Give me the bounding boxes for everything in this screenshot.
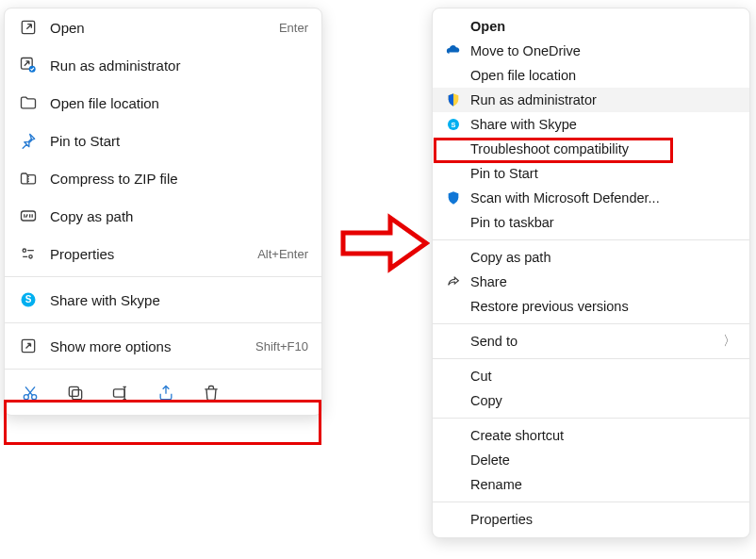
menu-item-label: Delete (470, 452, 736, 468)
blank-icon (444, 248, 463, 267)
menu-item-scan-defender[interactable]: Scan with Microsoft Defender... (433, 186, 749, 210)
menu-item-label: Run as administrator (470, 92, 736, 107)
menu-item-label: Copy (470, 393, 736, 408)
menu-item-troubleshoot-compatibility[interactable]: Troubleshoot compatibility (433, 137, 749, 161)
menu-item-open[interactable]: Open Enter (5, 8, 321, 46)
menu-item-share[interactable]: Share (433, 270, 749, 294)
svg-rect-13 (114, 389, 125, 397)
separator (433, 358, 749, 359)
menu-item-label: Properties (470, 512, 736, 527)
menu-item-label: Move to OneDrive (470, 43, 736, 58)
menu-item-label: Cut (470, 369, 736, 384)
menu-item-restore-previous-versions[interactable]: Restore previous versions (433, 294, 749, 319)
menu-item-pin-to-taskbar[interactable]: Pin to taskbar (433, 210, 749, 235)
menu-item-pin-to-start[interactable]: Pin to Start (5, 122, 321, 159)
skype-icon: S (444, 115, 463, 134)
menu-item-show-more-options[interactable]: Show more options Shift+F10 (5, 327, 321, 365)
menu-item-compress-zip[interactable]: Compress to ZIP file (5, 159, 321, 197)
menu-item-delete[interactable]: Delete (433, 448, 749, 472)
delete-button[interactable] (201, 383, 222, 403)
menu-item-properties[interactable]: Properties Alt+Enter (5, 235, 321, 272)
annotation-arrow-icon (339, 212, 430, 274)
menu-item-label: Open (50, 20, 279, 36)
separator (433, 418, 749, 419)
separator (433, 239, 749, 240)
admin-icon (18, 55, 39, 75)
more-options-icon (18, 336, 39, 356)
share-button[interactable] (156, 383, 176, 403)
open-icon (18, 17, 39, 38)
menu-item-share-skype[interactable]: SShare with Skype (433, 112, 749, 137)
menu-item-rename[interactable]: Rename (433, 472, 749, 497)
svg-text:S: S (452, 121, 456, 129)
menu-item-send-to[interactable]: Send to〉 (433, 329, 749, 353)
menu-item-label: Compress to ZIP file (50, 171, 308, 187)
menu-item-run-as-admin[interactable]: Run as administrator (5, 46, 321, 84)
menu-item-label: Rename (470, 477, 736, 492)
menu-item-label: Pin to Start (50, 133, 308, 149)
blank-icon (444, 66, 463, 85)
menu-item-copy[interactable]: Copy (433, 388, 749, 413)
separator (5, 322, 321, 323)
menu-item-label: Pin to Start (470, 166, 736, 181)
menu-item-properties[interactable]: Properties (433, 507, 749, 532)
svg-text:S: S (25, 294, 32, 304)
copy-button[interactable] (65, 383, 86, 403)
svg-point-5 (29, 255, 32, 258)
blank-icon (444, 510, 463, 529)
blank-icon (444, 475, 463, 494)
blank-icon (444, 426, 463, 445)
menu-item-label: Open file location (470, 68, 736, 83)
pin-icon (18, 130, 39, 151)
skype-icon: S (18, 289, 39, 310)
menu-item-cut[interactable]: Cut (433, 364, 749, 388)
menu-item-open-file-location[interactable]: Open file location (5, 84, 321, 122)
menu-item-label: Share with Skype (50, 292, 308, 308)
blank-icon (444, 367, 463, 386)
blank-icon (444, 164, 463, 183)
blank-icon (444, 17, 463, 36)
menu-item-share-skype[interactable]: S Share with Skype (5, 281, 321, 319)
properties-icon (18, 243, 39, 264)
submenu-chevron-icon: 〉 (723, 333, 736, 350)
menu-item-label: Open (470, 19, 736, 34)
separator (433, 501, 749, 502)
cut-button[interactable] (20, 383, 41, 403)
menu-item-label: Troubleshoot compatibility (470, 141, 736, 156)
menu-item-label: Create shortcut (470, 428, 736, 443)
blank-icon (444, 451, 463, 469)
menu-item-copy-as-path[interactable]: Copy as path (433, 245, 749, 270)
shield-icon (444, 90, 463, 109)
menu-item-pin-to-start[interactable]: Pin to Start (433, 161, 749, 186)
context-menu-win11: Open Enter Run as administrator Open fil… (4, 8, 322, 416)
blank-icon (444, 391, 463, 410)
svg-rect-3 (22, 211, 36, 221)
menu-item-label: Pin to taskbar (470, 215, 736, 230)
menu-item-label: Send to (470, 334, 723, 349)
svg-point-4 (23, 249, 25, 252)
rename-button[interactable] (110, 383, 131, 403)
onedrive-icon (444, 41, 463, 60)
menu-item-copy-as-path[interactable]: Copy as path (5, 197, 321, 235)
menu-item-move-to-onedrive[interactable]: Move to OneDrive (433, 39, 749, 63)
menu-item-run-as-admin[interactable]: Run as administrator (433, 88, 749, 112)
menu-item-label: Scan with Microsoft Defender... (470, 190, 736, 206)
menu-item-label: Show more options (50, 338, 255, 354)
menu-item-label: Share with Skype (470, 117, 736, 132)
menu-item-hotkey: Shift+F10 (255, 339, 308, 353)
menu-item-label: Copy as path (470, 250, 736, 265)
menu-item-label: Restore previous versions (470, 299, 736, 314)
menu-item-create-shortcut[interactable]: Create shortcut (433, 423, 749, 448)
separator (5, 276, 321, 277)
svg-rect-12 (69, 386, 78, 396)
menu-item-hotkey: Alt+Enter (257, 247, 308, 261)
separator (433, 323, 749, 324)
blank-icon (444, 213, 463, 232)
menu-item-open-file-location[interactable]: Open file location (433, 63, 749, 88)
menu-item-open[interactable]: Open (433, 14, 749, 39)
separator (5, 369, 321, 370)
blank-icon (444, 140, 463, 158)
menu-item-hotkey: Enter (279, 21, 308, 35)
menu-item-label: Run as administrator (50, 58, 308, 74)
quick-action-toolbar (5, 373, 321, 415)
